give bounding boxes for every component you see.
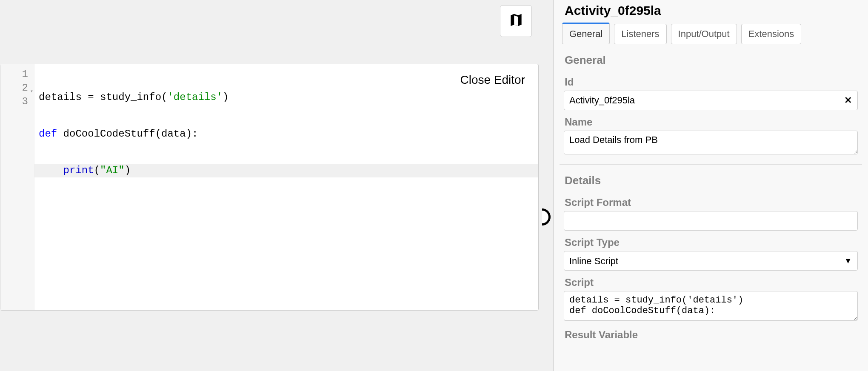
script-type-select[interactable]: Inline Script (564, 251, 858, 271)
script-type-label: Script Type (560, 231, 862, 251)
properties-panel: Activity_0f295la General Listeners Input… (553, 0, 868, 371)
line-number: 1 (0, 68, 34, 81)
id-input[interactable] (564, 91, 858, 110)
editor-pane: 1 2▾ 3 details = study_info('details') d… (0, 0, 553, 371)
properties-tabs: General Listeners Input/Output Extension… (560, 24, 862, 44)
code-line[interactable]: details = study_info('details') (34, 91, 538, 104)
minimap-toggle-button[interactable] (500, 5, 532, 37)
line-number: 3 (0, 95, 34, 108)
close-editor-button[interactable]: Close Editor (457, 72, 528, 88)
code-area[interactable]: details = study_info('details') def doCo… (34, 64, 538, 310)
map-icon (508, 12, 524, 30)
tab-input-output[interactable]: Input/Output (671, 24, 737, 44)
script-format-label: Script Format (560, 191, 862, 211)
line-number-gutter: 1 2▾ 3 (0, 64, 34, 310)
section-header-details: Details (560, 165, 862, 191)
id-label: Id (560, 70, 862, 91)
code-line[interactable]: print("AI") (34, 164, 538, 177)
script-label: Script (560, 271, 862, 291)
element-title: Activity_0f295la (560, 0, 862, 24)
name-label: Name (560, 110, 862, 131)
line-number: 2▾ (0, 81, 34, 95)
clear-id-icon[interactable]: ✕ (844, 95, 852, 106)
name-input[interactable]: Load Details from PB (564, 131, 858, 154)
script-format-input[interactable] (564, 211, 858, 231)
result-variable-label: Result Variable (560, 323, 862, 341)
section-header-general: General (560, 44, 862, 70)
code-editor[interactable]: 1 2▾ 3 details = study_info('details') d… (0, 64, 539, 311)
tab-extensions[interactable]: Extensions (741, 24, 802, 44)
script-textarea[interactable]: details = study_info('details') def doCo… (564, 291, 858, 321)
tab-listeners[interactable]: Listeners (614, 24, 666, 44)
tab-general[interactable]: General (562, 23, 610, 44)
code-line[interactable]: def doCoolCodeStuff(data): (34, 127, 538, 141)
